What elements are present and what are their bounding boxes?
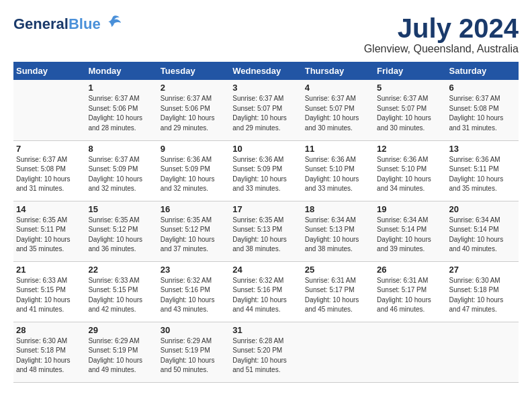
weekday-header-thursday: Thursday <box>302 62 374 80</box>
day-info: Sunrise: 6:32 AM Sunset: 5:16 PM Dayligh… <box>161 276 227 315</box>
calendar-cell: 8Sunrise: 6:37 AM Sunset: 5:09 PM Daylig… <box>85 140 157 201</box>
day-number: 5 <box>377 83 443 93</box>
day-info: Sunrise: 6:36 AM Sunset: 5:10 PM Dayligh… <box>305 155 371 194</box>
week-row-1: 1Sunrise: 6:37 AM Sunset: 5:06 PM Daylig… <box>13 80 519 140</box>
weekday-header-row: SundayMondayTuesdayWednesdayThursdayFrid… <box>13 62 519 80</box>
day-info: Sunrise: 6:31 AM Sunset: 5:17 PM Dayligh… <box>377 276 443 315</box>
calendar-cell: 21Sunrise: 6:33 AM Sunset: 5:15 PM Dayli… <box>13 261 85 322</box>
day-number: 2 <box>161 83 227 93</box>
day-info: Sunrise: 6:35 AM Sunset: 5:12 PM Dayligh… <box>88 216 154 255</box>
day-info: Sunrise: 6:37 AM Sunset: 5:08 PM Dayligh… <box>16 155 83 194</box>
day-number: 26 <box>377 265 443 275</box>
calendar-cell: 27Sunrise: 6:30 AM Sunset: 5:18 PM Dayli… <box>447 261 519 322</box>
month-year-title: July 2024 <box>364 13 519 43</box>
logo-text: GeneralBlue <box>13 17 101 32</box>
day-info: Sunrise: 6:37 AM Sunset: 5:07 PM Dayligh… <box>232 94 299 133</box>
calendar-table: SundayMondayTuesdayWednesdayThursdayFrid… <box>13 62 519 383</box>
day-info: Sunrise: 6:37 AM Sunset: 5:08 PM Dayligh… <box>449 94 516 133</box>
day-number: 30 <box>161 325 227 335</box>
day-info: Sunrise: 6:30 AM Sunset: 5:18 PM Dayligh… <box>16 336 83 375</box>
weekday-header-monday: Monday <box>85 62 157 80</box>
logo-bird-icon <box>103 13 122 35</box>
day-number: 21 <box>16 265 83 275</box>
calendar-cell <box>374 322 446 382</box>
day-number: 4 <box>305 83 371 93</box>
calendar-cell: 13Sunrise: 6:36 AM Sunset: 5:11 PM Dayli… <box>447 140 519 201</box>
day-number: 15 <box>88 204 154 214</box>
calendar-cell: 25Sunrise: 6:31 AM Sunset: 5:17 PM Dayli… <box>302 261 374 322</box>
day-number: 11 <box>305 144 371 154</box>
calendar-cell: 6Sunrise: 6:37 AM Sunset: 5:08 PM Daylig… <box>447 80 519 140</box>
title-block: July 2024 Glenview, Queensland, Australi… <box>364 13 519 55</box>
calendar-cell: 30Sunrise: 6:29 AM Sunset: 5:19 PM Dayli… <box>158 322 230 382</box>
day-info: Sunrise: 6:37 AM Sunset: 5:09 PM Dayligh… <box>88 155 154 194</box>
calendar-cell: 1Sunrise: 6:37 AM Sunset: 5:06 PM Daylig… <box>85 80 157 140</box>
week-row-4: 21Sunrise: 6:33 AM Sunset: 5:15 PM Dayli… <box>13 261 519 322</box>
calendar-cell: 9Sunrise: 6:36 AM Sunset: 5:09 PM Daylig… <box>158 140 230 201</box>
day-number: 17 <box>232 204 299 214</box>
calendar-cell: 2Sunrise: 6:37 AM Sunset: 5:06 PM Daylig… <box>158 80 230 140</box>
day-info: Sunrise: 6:29 AM Sunset: 5:19 PM Dayligh… <box>88 336 154 375</box>
calendar-cell <box>447 322 519 382</box>
calendar-cell: 20Sunrise: 6:34 AM Sunset: 5:14 PM Dayli… <box>447 201 519 261</box>
day-info: Sunrise: 6:35 AM Sunset: 5:13 PM Dayligh… <box>232 216 299 255</box>
weekday-header-friday: Friday <box>374 62 446 80</box>
calendar-cell: 23Sunrise: 6:32 AM Sunset: 5:16 PM Dayli… <box>158 261 230 322</box>
day-info: Sunrise: 6:36 AM Sunset: 5:10 PM Dayligh… <box>377 155 443 194</box>
day-info: Sunrise: 6:34 AM Sunset: 5:14 PM Dayligh… <box>377 216 443 255</box>
day-number: 6 <box>449 83 516 93</box>
day-info: Sunrise: 6:33 AM Sunset: 5:15 PM Dayligh… <box>16 276 83 315</box>
calendar-cell: 24Sunrise: 6:32 AM Sunset: 5:16 PM Dayli… <box>230 261 302 322</box>
day-info: Sunrise: 6:37 AM Sunset: 5:06 PM Dayligh… <box>161 94 227 133</box>
calendar-cell: 5Sunrise: 6:37 AM Sunset: 5:07 PM Daylig… <box>374 80 446 140</box>
day-info: Sunrise: 6:37 AM Sunset: 5:07 PM Dayligh… <box>305 94 371 133</box>
day-info: Sunrise: 6:36 AM Sunset: 5:11 PM Dayligh… <box>449 155 516 194</box>
day-info: Sunrise: 6:37 AM Sunset: 5:06 PM Dayligh… <box>88 94 154 133</box>
day-number: 16 <box>161 204 227 214</box>
calendar-cell: 16Sunrise: 6:35 AM Sunset: 5:12 PM Dayli… <box>158 201 230 261</box>
day-number: 22 <box>88 265 154 275</box>
day-number: 29 <box>88 325 154 335</box>
day-info: Sunrise: 6:34 AM Sunset: 5:14 PM Dayligh… <box>449 216 516 255</box>
calendar-cell: 11Sunrise: 6:36 AM Sunset: 5:10 PM Dayli… <box>302 140 374 201</box>
logo: GeneralBlue <box>13 13 122 35</box>
calendar-cell: 22Sunrise: 6:33 AM Sunset: 5:15 PM Dayli… <box>85 261 157 322</box>
calendar-cell: 19Sunrise: 6:34 AM Sunset: 5:14 PM Dayli… <box>374 201 446 261</box>
calendar-cell: 15Sunrise: 6:35 AM Sunset: 5:12 PM Dayli… <box>85 201 157 261</box>
day-number: 19 <box>377 204 443 214</box>
location-subtitle: Glenview, Queensland, Australia <box>364 43 519 55</box>
weekday-header-tuesday: Tuesday <box>158 62 230 80</box>
day-info: Sunrise: 6:33 AM Sunset: 5:15 PM Dayligh… <box>88 276 154 315</box>
day-number: 1 <box>88 83 154 93</box>
day-number: 23 <box>161 265 227 275</box>
day-number: 7 <box>16 144 83 154</box>
day-info: Sunrise: 6:32 AM Sunset: 5:16 PM Dayligh… <box>232 276 299 315</box>
day-number: 9 <box>161 144 227 154</box>
calendar-cell: 17Sunrise: 6:35 AM Sunset: 5:13 PM Dayli… <box>230 201 302 261</box>
weekday-header-wednesday: Wednesday <box>230 62 302 80</box>
day-number: 10 <box>232 144 299 154</box>
day-info: Sunrise: 6:36 AM Sunset: 5:09 PM Dayligh… <box>232 155 299 194</box>
week-row-5: 28Sunrise: 6:30 AM Sunset: 5:18 PM Dayli… <box>13 322 519 382</box>
weekday-header-saturday: Saturday <box>447 62 519 80</box>
day-number: 14 <box>16 204 83 214</box>
day-number: 20 <box>449 204 516 214</box>
day-number: 8 <box>88 144 154 154</box>
calendar-cell: 31Sunrise: 6:28 AM Sunset: 5:20 PM Dayli… <box>230 322 302 382</box>
week-row-2: 7Sunrise: 6:37 AM Sunset: 5:08 PM Daylig… <box>13 140 519 201</box>
calendar-cell: 10Sunrise: 6:36 AM Sunset: 5:09 PM Dayli… <box>230 140 302 201</box>
day-info: Sunrise: 6:35 AM Sunset: 5:12 PM Dayligh… <box>161 216 227 255</box>
calendar-cell: 14Sunrise: 6:35 AM Sunset: 5:11 PM Dayli… <box>13 201 85 261</box>
day-number: 18 <box>305 204 371 214</box>
day-info: Sunrise: 6:36 AM Sunset: 5:09 PM Dayligh… <box>161 155 227 194</box>
day-number: 13 <box>449 144 516 154</box>
week-row-3: 14Sunrise: 6:35 AM Sunset: 5:11 PM Dayli… <box>13 201 519 261</box>
calendar-cell <box>302 322 374 382</box>
day-number: 24 <box>232 265 299 275</box>
day-number: 27 <box>449 265 516 275</box>
calendar-cell: 29Sunrise: 6:29 AM Sunset: 5:19 PM Dayli… <box>85 322 157 382</box>
day-info: Sunrise: 6:30 AM Sunset: 5:18 PM Dayligh… <box>449 276 516 315</box>
day-number: 28 <box>16 325 83 335</box>
day-info: Sunrise: 6:28 AM Sunset: 5:20 PM Dayligh… <box>232 336 299 375</box>
calendar-cell: 28Sunrise: 6:30 AM Sunset: 5:18 PM Dayli… <box>13 322 85 382</box>
